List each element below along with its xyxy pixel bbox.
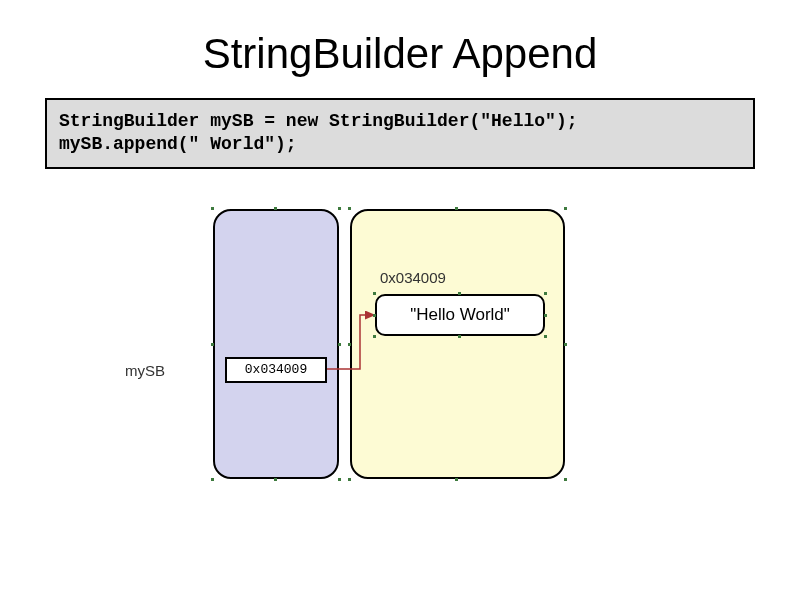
selection-handle xyxy=(348,343,351,346)
selection-handle xyxy=(348,478,351,481)
selection-handle xyxy=(348,207,351,210)
heap-address-label: 0x034009 xyxy=(380,269,446,286)
selection-handle xyxy=(211,343,214,346)
page-title: StringBuilder Append xyxy=(0,0,800,98)
selection-handle xyxy=(544,335,547,338)
selection-handle xyxy=(338,343,341,346)
selection-handle xyxy=(564,207,567,210)
memory-diagram: 0x034009 "Hello World" mySB 0x034009 xyxy=(0,169,800,549)
selection-handle xyxy=(544,314,547,317)
heap-object-value: "Hello World" xyxy=(410,305,510,325)
selection-handle xyxy=(373,335,376,338)
heap-object-box: "Hello World" xyxy=(375,294,545,336)
selection-handle xyxy=(274,478,277,481)
selection-handle xyxy=(338,478,341,481)
heap-region xyxy=(350,209,565,479)
selection-handle xyxy=(373,314,376,317)
stack-pointer-value: 0x034009 xyxy=(245,362,307,377)
selection-handle xyxy=(455,207,458,210)
selection-handle xyxy=(544,292,547,295)
stack-pointer-box: 0x034009 xyxy=(225,357,327,383)
variable-label: mySB xyxy=(125,362,165,379)
selection-handle xyxy=(564,343,567,346)
selection-handle xyxy=(455,478,458,481)
code-snippet: StringBuilder mySB = new StringBuilder("… xyxy=(45,98,755,169)
stack-region xyxy=(213,209,339,479)
selection-handle xyxy=(211,478,214,481)
selection-handle xyxy=(373,292,376,295)
selection-handle xyxy=(274,207,277,210)
selection-handle xyxy=(211,207,214,210)
selection-handle xyxy=(564,478,567,481)
selection-handle xyxy=(458,335,461,338)
selection-handle xyxy=(338,207,341,210)
selection-handle xyxy=(458,292,461,295)
